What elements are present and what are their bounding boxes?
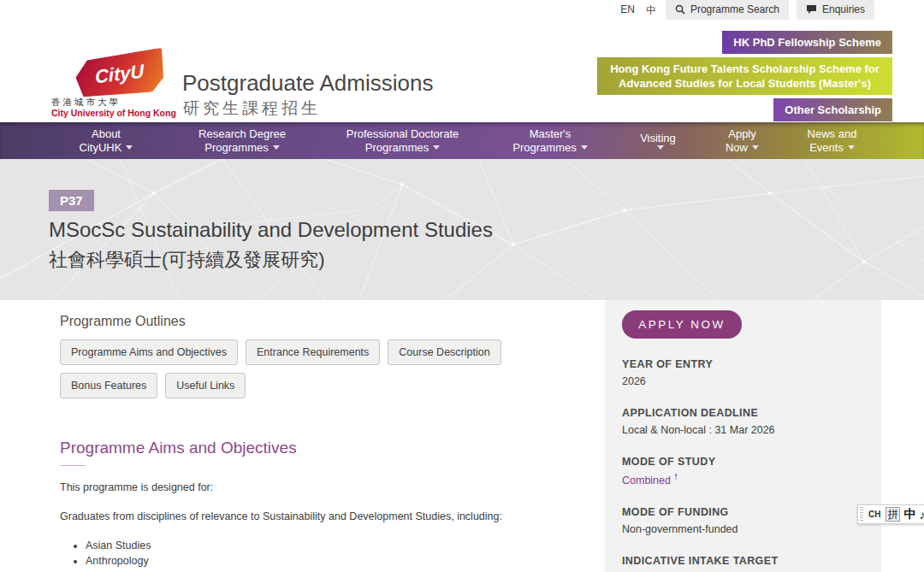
chevron-down-icon — [126, 145, 133, 150]
tab-bonus-features[interactable]: Bonus Features — [60, 373, 157, 398]
chevron-down-icon — [433, 145, 440, 150]
nav-apply-now[interactable]: Apply Now — [702, 122, 783, 159]
site-header: EN 中 Programme Search Enquiries HK PhD F… — [0, 0, 924, 122]
logo-chinese-name: 香港城市大學 — [51, 97, 121, 109]
ime-charset-icon[interactable]: 中 — [903, 507, 915, 522]
future-talents-scholarship-link[interactable]: Hong Kong Future Talents Scholarship Sch… — [597, 57, 892, 95]
chevron-down-icon — [273, 145, 280, 150]
cityu-logo-flag-icon: CityU — [74, 47, 165, 101]
search-icon — [675, 4, 685, 15]
cityu-logo[interactable]: CityU 香港城市大學 City University of Hong Kon… — [51, 51, 171, 120]
enquiries-label: Enquiries — [822, 3, 865, 15]
mode-of-study-label: MODE OF STUDY — [622, 456, 864, 468]
graduates-paragraph: Graduates from disciplines of relevance … — [60, 510, 583, 524]
chevron-down-icon — [657, 145, 664, 150]
programme-search-button[interactable]: Programme Search — [666, 0, 789, 20]
nav-news-and-events[interactable]: News and Events — [783, 122, 881, 159]
logo-english-name: City University of Hong Kong — [51, 108, 176, 118]
programme-search-label: Programme Search — [690, 3, 779, 15]
tab-useful-links[interactable]: Useful Links — [165, 373, 246, 398]
hk-phd-fellowship-link[interactable]: HK PhD Fellowship Scheme — [722, 31, 892, 54]
outline-tabs: Programme Aims and Objectives Entrance R… — [60, 339, 573, 398]
nav-masters-programmes[interactable]: Master's Programmes — [486, 122, 614, 159]
section-heading-aims: Programme Aims and Objectives — [60, 439, 583, 457]
chevron-down-icon — [581, 145, 588, 150]
ime-toolbar: CH 拼 中 ♪ — [857, 504, 924, 524]
main-column: Programme Outlines Programme Aims and Ob… — [60, 300, 583, 572]
ime-drag-handle-icon[interactable] — [860, 507, 863, 522]
application-deadline-value: Local & Non-local : 31 Mar 2026 — [622, 424, 864, 436]
apply-now-button[interactable]: APPLY NOW — [622, 310, 742, 339]
lang-zh[interactable]: 中 — [644, 0, 658, 21]
programme-info-sidebar: APPLY NOW YEAR OF ENTRY 2026 APPLICATION… — [605, 300, 881, 572]
list-item: Anthropology — [86, 553, 583, 569]
content-area: Programme Outlines Programme Aims and Ob… — [0, 300, 924, 572]
year-of-entry-value: 2026 — [622, 375, 864, 387]
utility-bar: EN 中 Programme Search Enquiries — [619, 0, 874, 21]
programme-code-badge: P37 — [49, 190, 94, 211]
other-scholarship-link[interactable]: Other Scholarship — [773, 98, 892, 121]
page: EN 中 Programme Search Enquiries HK PhD F… — [0, 0, 924, 572]
nav-professional-doctorate-programmes[interactable]: Professional Doctorate Programmes — [319, 122, 486, 159]
site-title: Postgraduate Admissions — [182, 70, 433, 97]
main-nav: About CityUHK Research Degree Programmes… — [0, 122, 924, 159]
enquiries-button[interactable]: Enquiries — [797, 0, 874, 20]
heading-underline — [60, 465, 86, 466]
tab-entrance-requirements[interactable]: Entrance Requirements — [246, 339, 380, 365]
nav-about-cityuhk[interactable]: About CityUHK — [47, 122, 165, 159]
indicative-intake-label: INDICATIVE INTAKE TARGET — [622, 555, 864, 567]
chevron-down-icon — [848, 145, 855, 150]
discipline-list: Asian Studies Anthropology Communication… — [60, 538, 583, 572]
list-item: Asian Studies — [86, 538, 583, 553]
mode-of-study-value[interactable]: Combined † — [622, 473, 864, 486]
programme-outlines-heading: Programme Outlines — [60, 314, 583, 329]
programme-hero-banner: P37 MSocSc Sustainability and Developmen… — [0, 159, 924, 300]
application-deadline-label: APPLICATION DEADLINE — [622, 407, 864, 419]
nav-research-degree-programmes[interactable]: Research Degree Programmes — [165, 122, 319, 159]
ime-pinyin-icon[interactable]: 拼 — [886, 507, 900, 522]
year-of-entry-label: YEAR OF ENTRY — [622, 358, 864, 370]
list-item: Communications — [86, 569, 583, 572]
mode-of-funding-label: MODE OF FUNDING — [622, 506, 864, 518]
site-title-chinese: 研究生課程招生 — [183, 97, 321, 120]
intro-paragraph: This programme is designed for: — [60, 481, 583, 495]
scholarship-links: HK PhD Fellowship Scheme Hong Kong Futur… — [597, 31, 892, 121]
ime-language-indicator[interactable]: CH — [867, 509, 882, 520]
chat-bubble-icon — [806, 4, 817, 15]
ime-width-toggle-icon[interactable]: ♪ — [919, 508, 924, 522]
tab-programme-aims[interactable]: Programme Aims and Objectives — [60, 339, 238, 365]
dagger-footnote-marker: † — [673, 473, 678, 481]
mode-of-funding-value: Non-government-funded — [622, 523, 864, 535]
tab-course-description[interactable]: Course Description — [388, 339, 500, 365]
programme-title-chinese: 社會科學碩士(可持續及發展研究) — [49, 247, 325, 273]
programme-title-english: MSocSc Sustainability and Development St… — [49, 218, 493, 242]
nav-visiting[interactable]: Visiting — [614, 122, 702, 159]
lang-en[interactable]: EN — [619, 0, 637, 19]
chevron-down-icon — [752, 145, 759, 150]
